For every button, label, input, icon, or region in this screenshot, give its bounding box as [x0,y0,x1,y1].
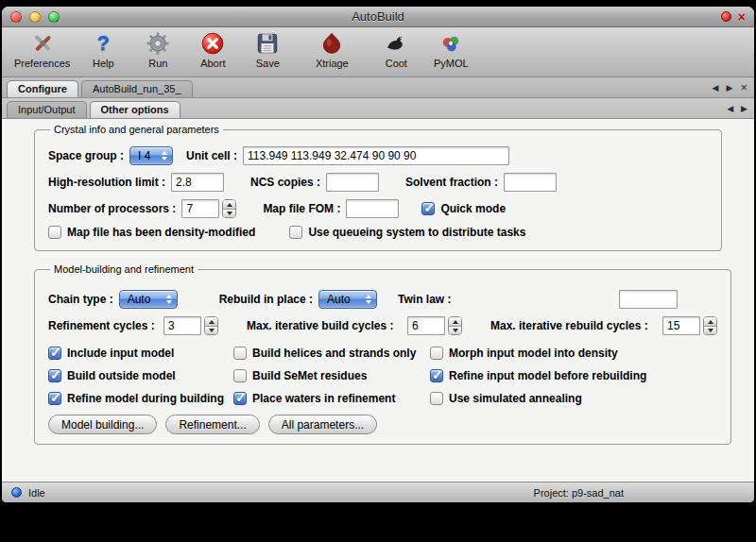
tab-autobuild-run[interactable]: AutoBuild_run_35_ [81,80,193,97]
toolbar-label: Save [256,58,280,69]
checkbox-label: Morph input model into density [449,347,618,360]
density-modified-label: Map file has been density-modified [67,226,255,239]
quick-mode-checkbox[interactable]: Quick mode [421,202,506,215]
popup-arrows-icon [366,295,371,304]
ncs-copies-label: NCS copies : [250,176,320,189]
project-label: Project: p9-sad_nat [534,487,624,499]
abort-button[interactable]: Abort [186,30,239,69]
crystal-row-2: High-resolution limit : NCS copies : Sol… [48,173,708,192]
unit-cell-label: Unit cell : [186,149,237,162]
popup-arrows-icon [166,295,172,304]
twin-law-input[interactable] [619,290,678,309]
checkbox-icon [48,369,61,382]
save-button[interactable]: Save [241,30,294,69]
model-building-section: Model-building and refinement Chain type… [34,263,731,445]
model-row-2: Refinement cycles : Max. iterative build… [48,316,717,335]
tab-other-options[interactable]: Other options [90,101,180,118]
help-button[interactable]: ? Help [77,30,129,69]
toolbar-label: Run [148,58,167,69]
pymol-button[interactable]: PyMOL [424,30,477,69]
chain-type-select[interactable]: Auto [119,290,178,309]
sub-tab-nav: ◀ ▶ [727,98,747,118]
checkbox-label: Build helices and strands only [252,347,416,360]
close-window-icon[interactable] [10,11,22,23]
space-group-select[interactable]: I 4 [129,146,173,165]
max-rebuild-cycles-input[interactable] [662,316,700,335]
tab-next-icon[interactable]: ▶ [726,83,732,93]
minimize-window-icon[interactable] [29,11,41,23]
crystal-row-4: Map file has been density-modified Use q… [48,226,708,239]
checkbox-icon [48,226,61,239]
all-parameters-button[interactable]: All parameters... [268,415,377,434]
twin-law-label: Twin law : [398,293,451,306]
refinement-cycles-label: Refinement cycles : [48,319,158,332]
build-semet-checkbox[interactable]: Build SeMet residues [233,369,430,382]
place-waters-checkbox[interactable]: Place waters in refinement [233,392,430,405]
high-res-input[interactable] [171,173,224,192]
tab-prev-icon[interactable]: ◀ [727,104,733,113]
num-processors-label: Number of processors : [48,202,176,215]
ncs-copies-input[interactable] [326,173,379,192]
abort-icon [199,30,226,57]
morph-input-model-checkbox[interactable]: Morph input model into density [430,347,717,360]
status-dot-icon [11,487,22,498]
unit-cell-input[interactable] [243,146,509,165]
max-build-cycles-input[interactable] [407,316,445,335]
tab-prev-icon[interactable]: ◀ [713,83,719,93]
toolbar-label: Xtriage [316,58,349,69]
status-text: Idle [28,487,45,499]
refine-before-rebuild-checkbox[interactable]: Refine input model before rebuilding [430,369,717,382]
density-modified-checkbox[interactable]: Map file has been density-modified [48,226,255,239]
tab-input-output[interactable]: Input/Output [7,101,87,118]
num-processors-stepper[interactable] [222,199,236,218]
max-build-cycles-stepper[interactable] [448,316,462,335]
checkbox-label: Build outside model [67,369,176,382]
checkbox-icon [233,347,247,360]
run-icon [145,30,171,57]
queueing-label: Use queueing system to distribute tasks [308,226,525,239]
preferences-button[interactable]: Preferences [9,30,75,69]
checkbox-icon [421,202,435,215]
include-input-model-checkbox[interactable]: Include input model [48,347,233,360]
queueing-checkbox[interactable]: Use queueing system to distribute tasks [289,226,525,239]
build-helices-strands-checkbox[interactable]: Build helices and strands only [233,347,430,360]
model-checkbox-grid: Include input model Build helices and st… [48,347,717,405]
simulated-annealing-checkbox[interactable]: Use simulated annealing [430,392,717,405]
xtriage-button[interactable]: Xtriage [305,30,358,69]
refinement-cycles-stepper[interactable] [204,316,218,335]
max-rebuild-cycles-stepper[interactable] [703,316,717,335]
refinement-button[interactable]: Refinement... [165,415,259,434]
zoom-window-icon[interactable] [48,11,60,23]
checkbox-icon [430,392,443,405]
run-button[interactable]: Run [131,30,184,69]
checkbox-icon [233,392,247,405]
checkbox-label: Place waters in refinement [252,392,395,405]
tab-configure[interactable]: Configure [7,80,78,97]
titlebar-close-icon[interactable]: × [738,10,746,24]
rebuild-in-place-select[interactable]: Auto [318,290,377,309]
window-controls [10,11,60,23]
crystal-row-1: Space group : I 4 Unit cell : [48,146,708,165]
titlebar-red-circle-icon[interactable] [721,11,731,22]
tab-close-icon[interactable]: × [740,81,747,93]
build-outside-model-checkbox[interactable]: Build outside model [48,369,233,382]
quick-mode-label: Quick mode [440,202,506,215]
toolbar-label: Coot [386,58,407,69]
map-fom-input[interactable] [346,199,399,218]
toolbar-label: Preferences [14,58,70,69]
refinement-cycles-input[interactable] [163,316,201,335]
coot-icon [383,30,409,57]
num-processors-input[interactable] [181,199,219,218]
checkbox-label: Refine input model before rebuilding [449,369,646,382]
checkbox-icon [233,369,247,382]
model-building-legend: Model-building and refinement [50,263,198,275]
preferences-icon [29,30,56,57]
tab-next-icon[interactable]: ▶ [741,104,747,113]
crystal-row-3: Number of processors : Map file FOM : Qu… [48,199,708,218]
checkbox-icon [289,226,302,239]
model-building-button[interactable]: Model building... [48,415,157,434]
solvent-fraction-input[interactable] [504,173,557,192]
coot-button[interactable]: Coot [369,30,422,69]
refine-during-building-checkbox[interactable]: Refine model during building [48,392,233,405]
max-build-cycles-label: Max. iterative build cycles : [247,319,402,332]
